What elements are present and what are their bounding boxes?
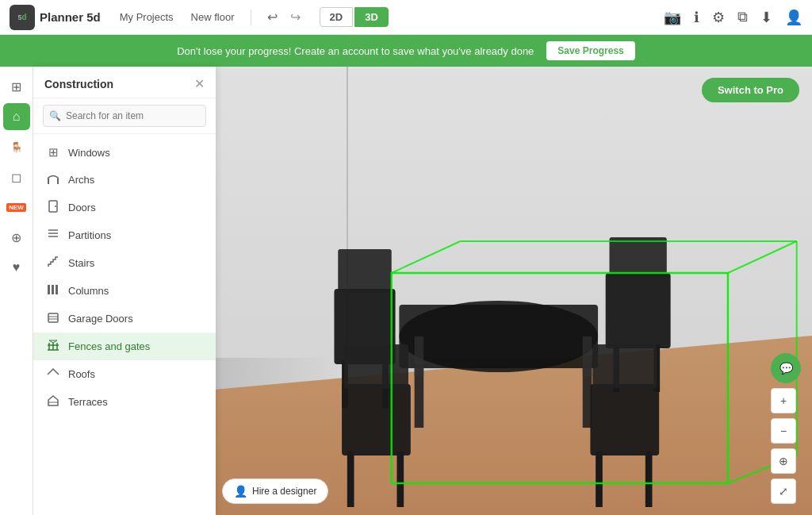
- locate-icon: ⊕: [779, 455, 788, 467]
- settings-nav-icon[interactable]: ⚙: [712, 9, 725, 26]
- undo-button[interactable]: ↩: [262, 6, 282, 28]
- archs-icon: [46, 172, 60, 187]
- expand-icon: ⤢: [779, 485, 788, 498]
- stairs-icon: [46, 256, 60, 271]
- hire-designer-button[interactable]: 👤 Hire a designer: [222, 478, 328, 504]
- menu-item-garage-doors[interactable]: Garage Doors: [33, 305, 216, 332]
- new-floor-link[interactable]: New floor: [186, 8, 239, 26]
- chat-button[interactable]: 💬: [771, 353, 801, 383]
- banner-message: Don't lose your progress! Create an acco…: [177, 45, 534, 57]
- svg-rect-22: [399, 305, 598, 368]
- svg-rect-35: [342, 384, 411, 455]
- panel-header: Construction ✕: [33, 67, 216, 98]
- svg-rect-41: [596, 452, 603, 507]
- download-icon[interactable]: ⬇: [760, 9, 772, 26]
- menu-item-doors[interactable]: Doors: [33, 194, 216, 221]
- columns-label: Columns: [68, 285, 109, 297]
- view-3d-button[interactable]: 3D: [354, 7, 389, 27]
- sidebar-construction-button[interactable]: ⌂: [3, 103, 30, 130]
- chat-icon: 💬: [779, 362, 793, 375]
- main-area: ⊞ ⌂ 🪑 ◻ NEW ⊕ ♥ Construction ✕ 🔍: [0, 67, 812, 515]
- zoom-out-button[interactable]: −: [771, 418, 796, 444]
- search-area: 🔍: [33, 98, 216, 134]
- sidebar-new-button[interactable]: NEW: [3, 194, 30, 221]
- furniture-icon: 🪑: [10, 141, 23, 153]
- menu-item-windows[interactable]: ⊞ Windows: [33, 139, 216, 166]
- terraces-label: Terraces: [68, 396, 108, 408]
- switch-to-pro-button[interactable]: Switch to Pro: [702, 78, 799, 102]
- fences-icon: [46, 339, 60, 354]
- heart-icon: ♥: [13, 260, 21, 275]
- floor-plan-icon: ⊞: [11, 79, 21, 94]
- undo-redo-group: ↩ ↪: [262, 6, 305, 28]
- room-scene: [216, 67, 812, 515]
- stairs-label: Stairs: [68, 257, 94, 269]
- construction-panel: Construction ✕ 🔍 ⊞ Windows Archs: [33, 67, 216, 515]
- sidebar-favorites-button[interactable]: ♥: [3, 254, 30, 281]
- windows-icon: ⊞: [46, 145, 60, 159]
- redo-button[interactable]: ↪: [285, 6, 305, 28]
- svg-rect-26: [583, 336, 592, 376]
- svg-line-44: [392, 241, 461, 273]
- save-progress-button[interactable]: Save Progress: [546, 41, 634, 60]
- search-icon: 🔍: [49, 110, 61, 121]
- menu-list: ⊞ Windows Archs Doors: [33, 134, 216, 515]
- menu-item-stairs[interactable]: Stairs: [33, 249, 216, 277]
- svg-marker-19: [48, 396, 58, 405]
- extras-icon: ⊕: [11, 230, 21, 245]
- svg-rect-7: [48, 285, 50, 294]
- menu-item-terraces[interactable]: Terraces: [33, 388, 216, 416]
- sidebar-materials-button[interactable]: ◻: [3, 163, 30, 190]
- svg-marker-18: [49, 340, 57, 343]
- garage-doors-label: Garage Doors: [68, 313, 133, 325]
- my-projects-link[interactable]: My Projects: [115, 8, 178, 26]
- menu-item-partitions[interactable]: Partitions: [33, 221, 216, 249]
- sidebar-furniture-button[interactable]: 🪑: [3, 133, 30, 160]
- archs-label: Archs: [68, 174, 94, 186]
- partitions-icon: [46, 228, 60, 243]
- svg-rect-31: [606, 273, 671, 348]
- svg-rect-42: [645, 452, 653, 507]
- furniture-scene: [216, 67, 812, 515]
- panel-title: Construction: [44, 78, 113, 90]
- designer-icon: 👤: [234, 485, 247, 498]
- svg-rect-0: [48, 179, 49, 184]
- sidebar-floor-plan-button[interactable]: ⊞: [3, 73, 30, 100]
- canvas-area[interactable]: Switch to Pro 👤 Hire a designer 💬 + − ⊕ …: [216, 67, 812, 515]
- sidebar-extras-button[interactable]: ⊕: [3, 224, 30, 251]
- devices-icon[interactable]: ⧉: [737, 9, 748, 25]
- svg-rect-8: [52, 285, 54, 294]
- user-icon[interactable]: 👤: [785, 9, 802, 26]
- nav-separator: [251, 10, 251, 25]
- new-badge: NEW: [6, 203, 26, 212]
- camera-icon[interactable]: 📷: [664, 9, 681, 26]
- svg-rect-38: [396, 452, 404, 507]
- svg-point-3: [55, 206, 56, 207]
- view-2d-button[interactable]: 2D: [320, 7, 354, 27]
- doors-label: Doors: [68, 202, 96, 213]
- menu-item-archs[interactable]: Archs: [33, 166, 216, 194]
- zoom-in-button[interactable]: +: [771, 388, 796, 413]
- svg-rect-43: [392, 273, 728, 483]
- partitions-label: Partitions: [68, 229, 111, 241]
- search-input[interactable]: [43, 105, 206, 127]
- svg-rect-9: [56, 285, 58, 294]
- roofs-icon: [46, 367, 60, 382]
- expand-button[interactable]: ⤢: [771, 478, 796, 504]
- materials-icon: ◻: [11, 170, 21, 185]
- info-icon[interactable]: ℹ: [694, 9, 699, 26]
- menu-item-columns[interactable]: Columns: [33, 277, 216, 305]
- locate-button[interactable]: ⊕: [771, 448, 796, 474]
- construction-sidebar-icon: ⌂: [13, 110, 21, 124]
- search-wrapper: 🔍: [43, 105, 206, 127]
- menu-item-roofs[interactable]: Roofs: [33, 360, 216, 388]
- nav-icons: 📷 ℹ ⚙ ⧉ ⬇ 👤: [664, 9, 802, 26]
- svg-rect-10: [48, 313, 58, 322]
- progress-banner: Don't lose your progress! Create an acco…: [0, 35, 812, 67]
- left-sidebar: ⊞ ⌂ 🪑 ◻ NEW ⊕ ♥: [0, 67, 33, 515]
- view-toggle: 2D 3D: [320, 7, 389, 27]
- columns-icon: [46, 283, 60, 298]
- svg-rect-36: [344, 344, 408, 388]
- panel-close-button[interactable]: ✕: [194, 76, 205, 91]
- menu-item-fences[interactable]: Fences and gates: [33, 332, 216, 360]
